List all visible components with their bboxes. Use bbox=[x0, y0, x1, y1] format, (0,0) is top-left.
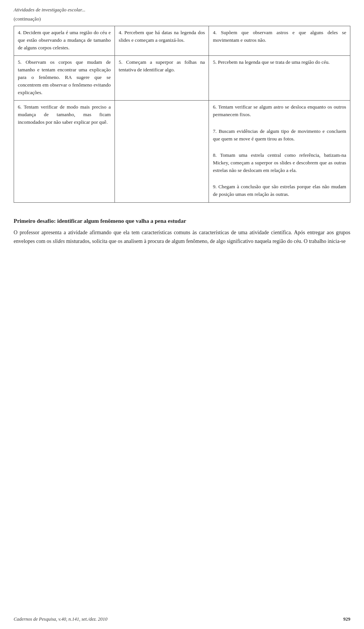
footer-page-number: 929 bbox=[343, 616, 350, 622]
row3-col3: 6. Tentam verificar se algum astro se de… bbox=[209, 101, 350, 203]
main-table-wrapper: 4. Decidem que aquela é uma região do cé… bbox=[0, 26, 364, 203]
row1-col3: 4. Supõem que observam astros e que algu… bbox=[209, 26, 350, 56]
row1-col2: 4. Percebem que há datas na legenda dos … bbox=[115, 26, 209, 56]
row2-col2-text: 5. Começam a superpor as folhas na tenta… bbox=[119, 58, 205, 74]
table-row: 6. Tentam verificar de modo mais preciso… bbox=[14, 101, 350, 203]
row3-col3-item8: 8. Tomam uma estrela central como referê… bbox=[213, 151, 346, 174]
row2-col1: 5. Observam os corpos que mudam de taman… bbox=[14, 56, 115, 101]
body-paragraph-text: O professor apresenta a atividade afirma… bbox=[14, 228, 350, 246]
row1-col2-text: 4. Percebem que há datas na legenda dos … bbox=[119, 29, 205, 44]
row3-col1: 6. Tentam verificar de modo mais preciso… bbox=[14, 101, 115, 203]
row1-col3-text: 4. Supõem que observam astros e que algu… bbox=[213, 29, 346, 44]
row3-col1-text: 6. Tentam verificar de modo mais preciso… bbox=[18, 103, 111, 126]
row3-col3-item6: 6. Tentam verificar se algum astro se de… bbox=[213, 103, 346, 118]
row1-col1-text: 4. Decidem que aquela é uma região do cé… bbox=[18, 29, 111, 51]
footer-journal: Cadernos de Pesquisa, v.40, n.141, set./… bbox=[14, 616, 107, 622]
table-row: 4. Decidem que aquela é uma região do cé… bbox=[14, 26, 350, 56]
body-paragraph: O professor apresenta a atividade afirma… bbox=[0, 228, 364, 246]
row3-col3-item7: 7. Buscam evidências de algum tipo de mo… bbox=[213, 128, 346, 143]
journal-title: Atividades de investigação escolar... bbox=[0, 0, 364, 15]
row2-col2: 5. Começam a superpor as folhas na tenta… bbox=[115, 56, 209, 101]
row3-col3-item9: 9. Chegam à conclusão que são estrelas p… bbox=[213, 183, 346, 198]
row2-col3: 5. Percebem na legenda que se trata de u… bbox=[209, 56, 350, 101]
content-table: 4. Decidem que aquela é uma região do cé… bbox=[14, 26, 350, 203]
page-header: Atividades de investigação escolar... (c… bbox=[0, 0, 364, 26]
table-row: 5. Observam os corpos que mudam de taman… bbox=[14, 56, 350, 101]
row2-col1-text: 5. Observam os corpos que mudam de taman… bbox=[18, 58, 111, 96]
page-footer: Cadernos de Pesquisa, v.40, n.141, set./… bbox=[0, 616, 364, 622]
row2-col3-text: 5. Percebem na legenda que se trata de u… bbox=[213, 58, 346, 66]
row1-col1: 4. Decidem que aquela é uma região do cé… bbox=[14, 26, 115, 56]
section-heading: Primeiro desafio: identificar algum fenô… bbox=[0, 210, 364, 228]
row3-col2 bbox=[115, 101, 209, 203]
continuation-label: (continuação) bbox=[0, 15, 364, 26]
